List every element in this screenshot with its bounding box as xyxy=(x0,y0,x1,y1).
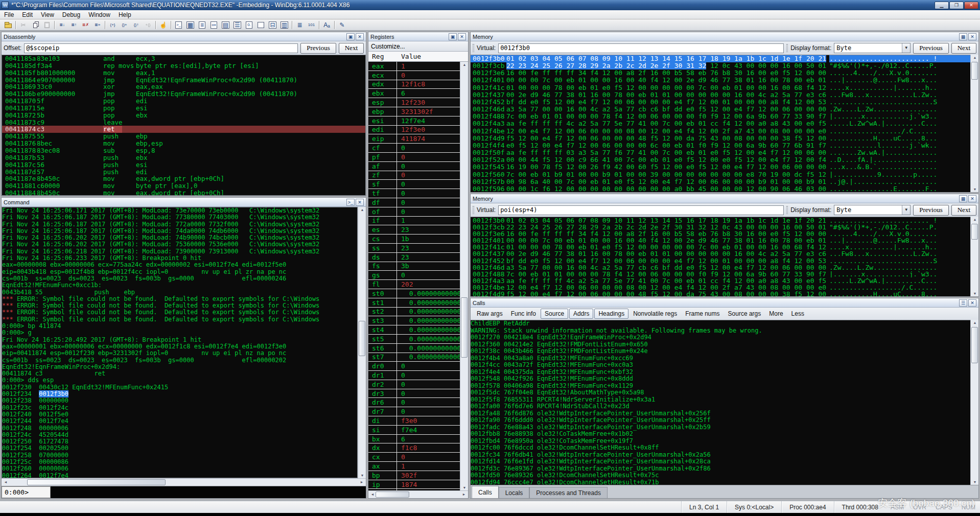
register-row[interactable]: df0 xyxy=(368,198,460,207)
call-stack-frame[interactable]: 0012f5dc 767f04e8 EqnEdt32!AboutMathType… xyxy=(471,389,970,396)
previous-button[interactable]: Previous xyxy=(300,43,336,54)
memory-row[interactable]: 0012f52a00 00 44 f5 12 00 c9 66 41 00 7c… xyxy=(471,156,970,163)
register-row[interactable]: st3 0.000000000000000000 xyxy=(368,316,460,325)
call-stack-frame[interactable]: 0012fc00 76f6dccd ole32!DcomChannelSetHR… xyxy=(471,444,970,452)
calls-option-headings[interactable]: Headings xyxy=(594,309,628,319)
memory-row[interactable]: 0012f41c01 00 00 00 78 00 eb 01 e0 f5 12… xyxy=(471,84,970,91)
call-stack-frame[interactable]: 0012fadc 76e88a43 ole32!WdtpInterfacePoi… xyxy=(471,424,970,431)
step-into-icon[interactable]: {+} xyxy=(107,20,119,30)
call-stack-frame[interactable]: 0012fd3c 76e89367 ole32!WdtpInterfacePoi… xyxy=(471,465,970,473)
locals-window-icon[interactable]: ≡ xyxy=(196,20,208,30)
memory-row[interactable]: 0012f4f4e0 f5 12 00 e4 f7 12 00 06 00 00… xyxy=(471,142,970,149)
memory-row[interactable]: 0012f50faa fe ff ff ff 03 a3 5a 77 f6 77… xyxy=(471,149,970,156)
dock-icon[interactable]: ▣ xyxy=(346,33,355,40)
disassembly-line[interactable]: 0041187b53pushebx xyxy=(2,154,365,161)
menu-debug[interactable]: Debug xyxy=(58,11,84,19)
register-row[interactable]: ecx0 xyxy=(368,71,460,80)
font-icon[interactable]: Aₐ xyxy=(321,20,333,30)
virtual-address-input[interactable]: 0012f3b0 xyxy=(498,43,784,53)
memory-row[interactable]: 0012f4be12 00 e4 f7 12 00 06 00 00 00 08… xyxy=(471,128,970,135)
register-row[interactable]: st5 0.000000000000000000 xyxy=(368,335,460,344)
command-horizontal-scrollbar[interactable]: ◄► xyxy=(2,478,366,486)
memory-row[interactable]: 0012f4d9f5 12 00 e4 f7 12 00 06 00 00 00… xyxy=(471,291,970,296)
drag-grip-icon[interactable] xyxy=(473,44,474,52)
close-icon[interactable]: ✕ xyxy=(458,33,466,40)
open-source-file-icon[interactable] xyxy=(2,20,14,30)
call-stack-frame[interactable]: 0012fbd4 76e8950a ole32!CoTaskMemFree+0x… xyxy=(471,438,970,445)
register-row[interactable]: pf0 xyxy=(368,153,460,162)
register-row[interactable]: fl202 xyxy=(368,280,460,289)
offset-input[interactable]: @$scopeip xyxy=(24,43,298,53)
call-stack-frame[interactable]: 0012f4e4 004375da EqnEdt32!MFEnumFunc+0x… xyxy=(471,369,970,376)
command-vertical-scrollbar[interactable]: ▲▼ xyxy=(358,207,366,478)
break-icon[interactable]: ☝ xyxy=(157,20,169,30)
register-row[interactable]: ds23 xyxy=(368,253,460,262)
disassembly-line[interactable]: 004118705fpopedi xyxy=(2,98,365,105)
disassembly-line[interactable]: 0041187e8b450cmoveax,dword ptr [ebp+0Ch] xyxy=(2,175,365,182)
register-row[interactable]: tf0 xyxy=(368,189,460,198)
stop-debugging-icon[interactable]: ≣✗ xyxy=(80,20,91,30)
calls-option-raw-args[interactable]: Raw args xyxy=(473,309,506,319)
restart-icon[interactable]: ≣↑ xyxy=(68,20,80,30)
registers-vertical-scrollbar[interactable]: ▲▼ xyxy=(460,62,468,490)
calls-option-func-info[interactable]: Func info xyxy=(507,309,540,319)
disassembly-line[interactable]: 0041185a83e103andecx,3 xyxy=(2,55,365,62)
memory-row[interactable]: 0012f452bf dd e0 f5 12 00 e4 f7 12 00 06… xyxy=(471,99,970,106)
register-row[interactable]: dr00 xyxy=(368,362,460,371)
disassembly-line[interactable]: 00411881c60000movbyte ptr [eax],0 xyxy=(2,182,365,190)
disassembly-window-icon[interactable]: 0. xyxy=(243,20,255,30)
memory-row[interactable]: 0012f43700 2e d9 46 77 38 01 16 00 78 00… xyxy=(471,91,970,99)
disassembly-line[interactable]: 0041186933c0xoreax,eax xyxy=(2,83,365,90)
calls-vertical-scrollbar[interactable]: ▲▼ xyxy=(970,320,978,485)
register-row[interactable]: bp302f xyxy=(368,471,460,480)
call-stack-frame[interactable]: 0012f4b4 0043a8a0 EqnEdt32!MFEnumFunc+0x… xyxy=(471,355,970,362)
memory-row[interactable]: 0012f40100 00 00 7c 00 eb 01 00 00 16 00… xyxy=(471,77,970,84)
dock-icon[interactable]: ▣ xyxy=(449,33,457,40)
close-button[interactable]: ✕ xyxy=(964,2,978,9)
register-row[interactable]: ax1 xyxy=(368,462,460,471)
register-row[interactable]: st4 0.000000000000000000 xyxy=(368,325,460,335)
calls-option-less[interactable]: Less xyxy=(788,309,808,319)
tab-calls[interactable]: Calls xyxy=(472,486,499,498)
register-row[interactable]: zf0 xyxy=(368,171,460,180)
memory-row[interactable]: 0012f4d9f5 12 00 e4 f7 12 00 06 00 00 00… xyxy=(471,135,970,142)
disassembly-line[interactable]: 0041186be900000000jmpEqnEdt32!EqnFrameWi… xyxy=(2,90,365,98)
go-icon[interactable]: ≣↓ xyxy=(56,20,68,30)
disassembly-line[interactable]: 00411874c3ret xyxy=(2,126,365,133)
register-row[interactable]: sif7e4 xyxy=(368,426,460,435)
call-stack-frame[interactable]: 0012fa00 76f6d7e6 RPCRT4!NdrStubCall2+0x… xyxy=(471,403,970,410)
register-row[interactable]: dr70 xyxy=(368,407,460,416)
processes-threads-window-icon[interactable]: ⊟ xyxy=(267,20,278,30)
menu-file[interactable]: File xyxy=(0,11,18,19)
calls-option-addrs[interactable]: Addrs xyxy=(569,309,593,319)
register-row[interactable]: fs3b xyxy=(368,262,460,271)
watch-window-icon[interactable]: ▦ xyxy=(184,20,196,30)
register-row[interactable]: dxf1c8 xyxy=(368,443,460,453)
register-row[interactable]: st1 0.000000000000000000 xyxy=(368,298,460,308)
drag-grip-icon[interactable] xyxy=(473,206,474,214)
disassembly-line[interactable]: 004118715epopesi xyxy=(2,105,365,112)
register-row[interactable]: esp12f230 xyxy=(368,98,460,107)
disassembly-line[interactable]: 00411864e907000000jmpEqnEdt32!EqnFrameWi… xyxy=(2,77,365,84)
register-row[interactable]: dif3e0 xyxy=(368,416,460,426)
customize-button[interactable]: Customize... xyxy=(368,41,468,52)
display-format-select[interactable]: Byte ▼ xyxy=(834,205,911,215)
register-row[interactable]: eip411874 xyxy=(368,134,460,144)
registers-horizontal-scrollbar[interactable]: ◄► xyxy=(368,490,468,498)
command-browser-icon[interactable]: ▥ xyxy=(278,20,290,30)
scratch-pad-icon[interactable] xyxy=(255,20,267,30)
options-icon[interactable]: ✎ xyxy=(336,20,348,30)
calls-option-frame-nums[interactable]: Frame nums xyxy=(682,309,723,319)
register-row[interactable]: cx0 xyxy=(368,453,460,462)
disassembly-line[interactable]: 0041185df3a4rep movsbyte ptr es:[edi],by… xyxy=(2,62,365,69)
next-button[interactable]: Next xyxy=(951,43,976,54)
register-row[interactable]: if1 xyxy=(368,217,460,226)
disassembly-line[interactable]: 004118848b450cmoveax,dword ptr [ebp+0Ch] xyxy=(2,190,365,196)
close-icon[interactable]: ✕ xyxy=(356,33,364,40)
memory-row[interactable]: 0012f46da3 5a 77 00 00 16 00 4c a2 5a 77… xyxy=(471,106,970,113)
disassembly-line[interactable]: 0041187555pushebp xyxy=(2,133,365,140)
register-row[interactable]: cs1b xyxy=(368,234,460,244)
previous-button[interactable]: Previous xyxy=(913,43,949,54)
dock-icon[interactable]: ▦ xyxy=(959,195,967,202)
register-row[interactable]: edi12f3e0 xyxy=(368,126,460,135)
